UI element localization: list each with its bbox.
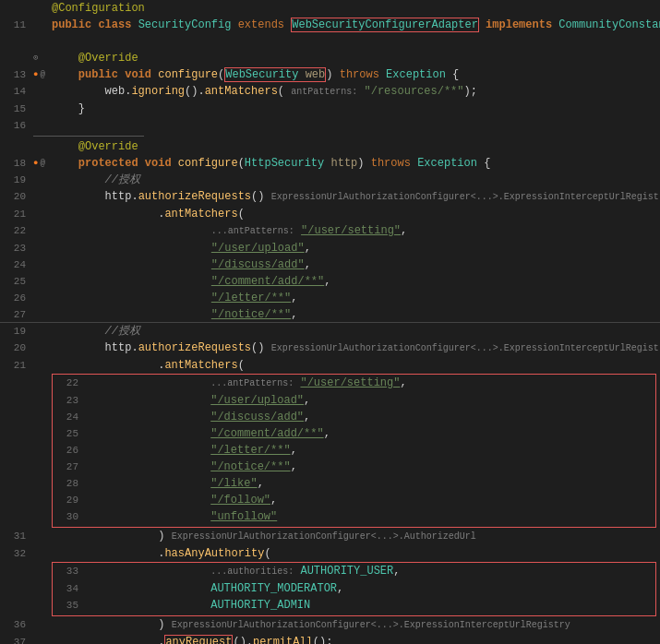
b-code-line-30: 30 "unfollow" — [53, 508, 655, 525]
code-line-17-override: @Override — [0, 138, 660, 155]
code-line-20: 20 http.authorizeRequests() ExpressionUr… — [0, 188, 660, 206]
b-code-line-31: 31 ) ExpressionUrlAuthorizationConfigure… — [0, 528, 660, 545]
bookmark-icon-18: @ — [40, 155, 44, 172]
b-code-line-32: 32 .hasAnyAuthority( — [0, 545, 660, 562]
debug-icon-18: ● — [33, 155, 38, 172]
override-icon: ⊙ — [33, 50, 38, 66]
top-code-pane: @Configuration 11 public class SecurityC… — [0, 0, 660, 323]
code-line-22: 22 ...antPatterns: "/user/setting", — [0, 222, 660, 240]
code-line-26: 26 "/letter/**", — [0, 290, 660, 306]
debug-icon-13: ● — [33, 66, 38, 83]
section-divider — [33, 136, 144, 137]
b-code-line-21: 21 .antMatchers( — [0, 357, 660, 374]
code-line-25: 25 "/comment/add/**", — [0, 273, 660, 290]
b-code-line-27: 27 "/notice/**", — [53, 459, 655, 475]
bookmark-icon-13: @ — [40, 66, 44, 83]
b-code-line-19: 19 //授权 — [0, 323, 660, 340]
code-line-18: 18 ● @ protected void configure(HttpSecu… — [0, 155, 660, 172]
b-code-line-23: 23 "/user/upload", — [53, 392, 655, 409]
b-code-line-25: 25 "/comment/add/**", — [53, 425, 655, 442]
b-code-line-37: 37 .anyRequest().permitAll(); — [0, 634, 660, 644]
code-line-config: @Configuration — [0, 0, 660, 17]
b-code-line-28: 28 "/like", — [53, 475, 655, 492]
top-code-area: @Configuration 11 public class SecurityC… — [0, 0, 660, 323]
b-code-line-20: 20 http.authorizeRequests() ExpressionUr… — [0, 340, 660, 357]
antmatchers-box: 22 ...antPatterns: "/user/setting", 23 "… — [52, 374, 656, 528]
b-code-line-22: 22 ...antPatterns: "/user/setting", — [53, 375, 655, 392]
authority-box: 33 ...authorities: AUTHORITY_USER, 34 AU… — [52, 562, 656, 616]
code-line-15: 15 } — [0, 101, 660, 117]
b-code-line-33: 33 ...authorities: AUTHORITY_USER, — [53, 563, 655, 580]
code-line-11: 11 public class SecurityConfig extends W… — [0, 17, 660, 33]
code-line-21: 21 .antMatchers( — [0, 206, 660, 222]
code-line-13-method: 13 ● @ public void configure(WebSecurity… — [0, 66, 660, 83]
code-line-27: 27 "/notice/**", — [0, 306, 660, 323]
code-line-19: 19 //授权 — [0, 172, 660, 188]
b-code-line-36: 36 ) ExpressionUrlAuthorizationConfigure… — [0, 616, 660, 634]
code-line-16: 16 — [0, 117, 660, 134]
code-line-23: 23 "/user/upload", — [0, 240, 660, 256]
bottom-code-area: 19 //授权 20 http.authorizeRequests() Expr… — [0, 323, 660, 644]
code-line-14: 14 web.ignoring().antMatchers( antPatter… — [0, 83, 660, 101]
b-code-line-35: 35 AUTHORITY_ADMIN — [53, 597, 655, 614]
b-code-line-34: 34 AUTHORITY_MODERATOR, — [53, 580, 655, 597]
bottom-code-pane: 19 //授权 20 http.authorizeRequests() Expr… — [0, 323, 660, 644]
code-line-13-override: ⊙ @Override — [0, 50, 660, 66]
code-line-12 — [0, 33, 660, 50]
b-code-line-24: 24 "/discuss/add", — [53, 409, 655, 425]
code-line-24: 24 "/discuss/add", — [0, 256, 660, 273]
b-code-line-26: 26 "/letter/**", — [53, 442, 655, 459]
b-code-line-29: 29 "/follow", — [53, 492, 655, 508]
